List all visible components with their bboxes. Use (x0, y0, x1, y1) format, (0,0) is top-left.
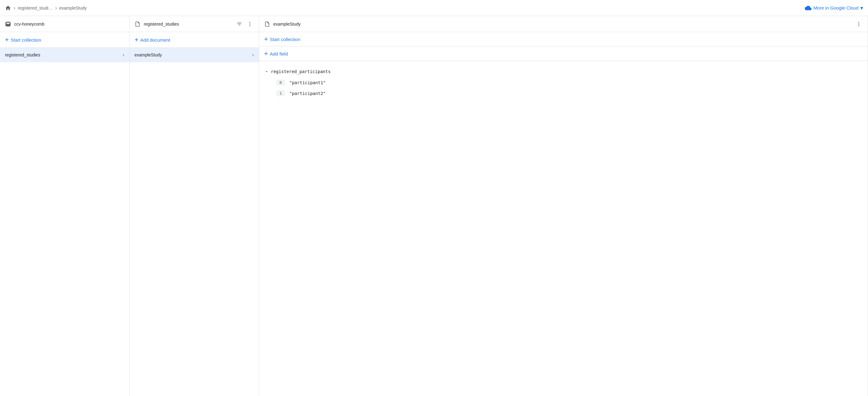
array-items-container: 0 "participant1" 1 "participant2" (276, 77, 863, 99)
more-in-cloud-label: More in Google Cloud (813, 5, 859, 10)
array-index-0: 0 (276, 80, 285, 85)
add-field-label: Add field (270, 51, 288, 56)
svg-point-3 (250, 24, 250, 24)
start-collection-label: Start collection (11, 37, 41, 42)
array-value-0: "participant1" (289, 80, 326, 85)
plus-icon: + (264, 36, 268, 42)
right-panel-title: exampleStudy (273, 22, 851, 27)
plus-icon: + (264, 50, 268, 57)
top-nav: › registered_studi… › exampleStudy More … (0, 0, 868, 16)
plus-icon: + (5, 36, 9, 43)
breadcrumb: › registered_studi… › exampleStudy (5, 5, 805, 11)
svg-point-4 (250, 25, 250, 26)
svg-point-7 (859, 25, 859, 26)
breadcrumb-registered-studies: registered_studi… (18, 5, 53, 10)
left-panel-header: ccv-honeycomb (0, 16, 129, 32)
svg-point-2 (250, 22, 250, 23)
add-document-button[interactable]: + Add document (134, 36, 170, 43)
list-item-registered-studies[interactable]: registered_studies › (0, 48, 129, 62)
chevron-right-icon: › (123, 52, 124, 58)
right-panel-more-options-button[interactable] (855, 20, 863, 28)
array-item-0: 0 "participant1" (276, 77, 863, 88)
right-panel-add-field-action: + Add field (259, 47, 868, 61)
mid-panel-header: registered_studies (129, 16, 259, 32)
left-panel-title: ccv-honeycomb (14, 22, 124, 27)
breadcrumb-separator-2: › (55, 5, 57, 11)
chevron-down-icon: ▾ (860, 5, 863, 11)
right-panel-start-collection-action: + Start collection (259, 32, 868, 47)
home-icon[interactable] (5, 5, 11, 11)
add-document-label: Add document (141, 37, 170, 42)
mid-panel-actions (235, 20, 254, 28)
list-item-example-study[interactable]: exampleStudy › (129, 48, 259, 62)
main-content: ccv-honeycomb + Start collection registe… (0, 16, 868, 396)
mid-panel-title: registered_studies (144, 22, 232, 27)
svg-point-1 (6, 22, 10, 23)
svg-point-5 (859, 22, 859, 23)
left-panel-list: registered_studies › (0, 48, 129, 396)
left-panel: ccv-honeycomb + Start collection registe… (0, 16, 129, 396)
more-options-button[interactable] (246, 20, 254, 28)
fields-section: registered_participants 0 "participant1"… (259, 61, 868, 99)
right-start-collection-button[interactable]: + Start collection (264, 36, 300, 42)
svg-point-6 (859, 24, 859, 24)
field-registered-participants: registered_participants (264, 66, 863, 77)
mid-panel-list: exampleStudy › (129, 48, 259, 396)
right-start-collection-label: Start collection (270, 37, 300, 42)
plus-icon: + (134, 36, 138, 43)
start-collection-button[interactable]: + Start collection (5, 36, 41, 43)
mid-panel: registered_studies + Add document (129, 16, 259, 396)
breadcrumb-example-study: exampleStudy (59, 5, 87, 10)
list-item-label: exampleStudy (134, 53, 252, 57)
list-item-label: registered_studies (5, 53, 123, 57)
field-name-registered-participants: registered_participants (271, 69, 331, 74)
cloud-icon (805, 5, 811, 11)
more-in-cloud-button[interactable]: More in Google Cloud ▾ (805, 5, 863, 11)
chevron-right-icon: › (252, 52, 254, 58)
array-value-1: "participant2" (289, 91, 326, 96)
filter-icon-button[interactable] (235, 20, 243, 28)
array-index-1: 1 (276, 90, 285, 96)
add-field-button[interactable]: + Add field (264, 50, 288, 57)
field-expand-button[interactable] (264, 69, 269, 74)
right-panel-header: exampleStudy (259, 16, 868, 32)
mid-panel-add-document-action: + Add document (129, 32, 259, 48)
document-icon (264, 21, 270, 27)
breadcrumb-separator-1: › (13, 5, 15, 11)
right-panel: exampleStudy + Start collection + Add fi… (259, 16, 868, 396)
right-panel-actions (855, 20, 863, 28)
database-icon (5, 21, 11, 27)
array-item-1: 1 "participant2" (276, 88, 863, 99)
document-icon (134, 21, 141, 27)
left-panel-start-collection-action: + Start collection (0, 32, 129, 48)
